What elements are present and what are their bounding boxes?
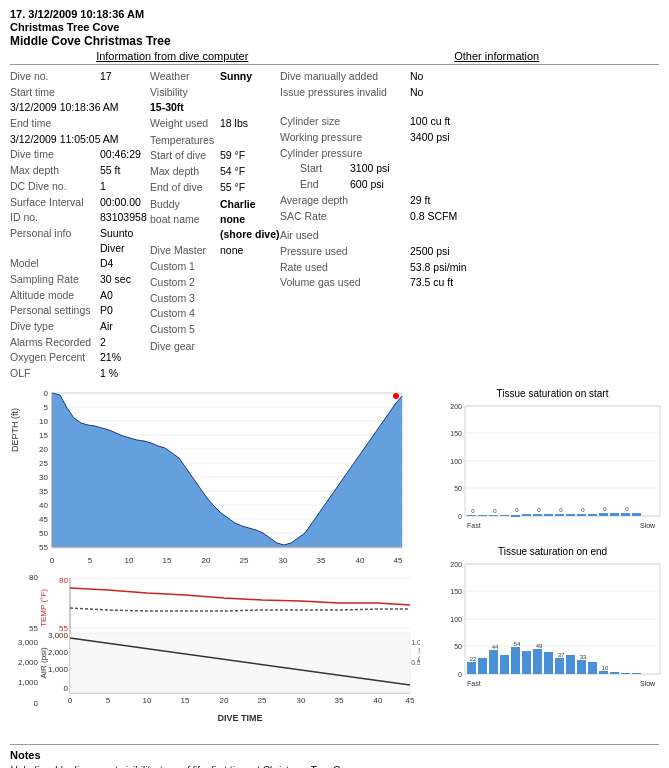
svg-rect-81 bbox=[467, 515, 476, 516]
header-line3: Middle Cove Christmas Tree bbox=[10, 34, 659, 48]
dive-master-value: none bbox=[220, 243, 243, 258]
svg-text:54: 54 bbox=[514, 641, 521, 647]
air-y-2: 2,000 bbox=[10, 658, 38, 667]
svg-text:25: 25 bbox=[240, 556, 249, 565]
svg-text:35: 35 bbox=[317, 556, 326, 565]
oxygen-label: Oxygen Percent bbox=[10, 350, 100, 365]
svg-text:Fast: Fast bbox=[467, 522, 481, 529]
svg-text:22: 22 bbox=[470, 656, 477, 662]
svg-text:25: 25 bbox=[39, 459, 48, 468]
svg-rect-120 bbox=[489, 650, 498, 674]
svg-text:0: 0 bbox=[44, 389, 49, 398]
sac-rate-label: SAC Rate bbox=[280, 209, 410, 224]
svg-rect-92 bbox=[588, 514, 597, 516]
surface-interval-label: Surface Interval bbox=[10, 195, 100, 210]
dive-no-label: Dive no. bbox=[10, 69, 100, 84]
section-header-left: Information from dive computer bbox=[10, 50, 335, 64]
svg-text:SAC: SAC bbox=[418, 647, 420, 654]
svg-rect-122 bbox=[511, 647, 520, 674]
svg-rect-88 bbox=[544, 514, 553, 516]
svg-text:15: 15 bbox=[163, 556, 172, 565]
svg-rect-131 bbox=[610, 672, 619, 674]
svg-text:45: 45 bbox=[394, 556, 403, 565]
svg-text:35: 35 bbox=[335, 696, 344, 705]
custom3-label: Custom 3 bbox=[150, 291, 220, 306]
svg-rect-87 bbox=[533, 514, 542, 516]
svg-point-36 bbox=[393, 393, 399, 399]
average-depth-value: 29 ft bbox=[410, 193, 430, 208]
start-pressure-label: Start bbox=[300, 161, 350, 176]
svg-rect-83 bbox=[489, 515, 498, 516]
svg-rect-118 bbox=[467, 662, 476, 674]
svg-rect-95 bbox=[621, 513, 630, 516]
working-pressure-value: 3400 psi bbox=[410, 130, 450, 145]
svg-rect-133 bbox=[632, 673, 641, 674]
svg-text:37: 37 bbox=[558, 652, 565, 658]
svg-text:33: 33 bbox=[580, 654, 587, 660]
svg-text:10: 10 bbox=[602, 665, 609, 671]
temp-air-chart-svg: 80 55 TEMP (°F) 3,000 2,000 1,000 0 AIR … bbox=[40, 573, 420, 738]
volume-gas-value: 73.5 cu ft bbox=[410, 275, 453, 290]
svg-text:150: 150 bbox=[450, 588, 462, 595]
air-y-1: 1,000 bbox=[10, 678, 38, 687]
svg-text:Slow: Slow bbox=[640, 522, 656, 529]
svg-text:20: 20 bbox=[202, 556, 211, 565]
cylinder-size-label: Cylinder size bbox=[280, 114, 410, 129]
altitude-mode-label: Altitude mode bbox=[10, 288, 100, 303]
weather-value: Sunny bbox=[220, 69, 252, 84]
svg-rect-129 bbox=[588, 662, 597, 674]
svg-text:TEMP (°F): TEMP (°F) bbox=[40, 589, 48, 627]
altitude-mode-value: A0 bbox=[100, 288, 113, 303]
svg-text:15: 15 bbox=[39, 431, 48, 440]
svg-rect-119 bbox=[478, 658, 487, 674]
weather-label: Weather bbox=[150, 69, 220, 84]
svg-text:3,000: 3,000 bbox=[48, 631, 69, 640]
tissue-start-chart: 200 150 100 50 0 bbox=[440, 401, 665, 536]
temp-y-max: 80 bbox=[10, 573, 38, 582]
visibility-value: 15-30ft bbox=[150, 100, 184, 115]
dive-time-value: 00:46:29 bbox=[100, 147, 141, 162]
svg-text:0: 0 bbox=[68, 696, 73, 705]
svg-text:50: 50 bbox=[454, 643, 462, 650]
custom5-label: Custom 5 bbox=[150, 322, 220, 337]
issue-pressures-value: No bbox=[410, 85, 423, 100]
cylinder-pressure-label: Cylinder pressure bbox=[280, 146, 410, 161]
svg-rect-125 bbox=[544, 652, 553, 674]
max-depth-temp-value: 54 °F bbox=[220, 164, 245, 179]
pressure-used-label: Pressure used bbox=[280, 244, 410, 259]
header-line2: Christmas Tree Cove bbox=[10, 21, 659, 33]
dive-type-value: Air bbox=[100, 319, 113, 334]
depth-chart-svg: 0 5 10 15 20 25 30 35 40 45 50 55 0 5 10 bbox=[22, 388, 412, 573]
svg-text:50: 50 bbox=[39, 529, 48, 538]
personal-settings-value: P0 bbox=[100, 303, 113, 318]
personal-info-value: Suunto Diver bbox=[100, 226, 150, 255]
personal-info-label: Personal info bbox=[10, 226, 100, 255]
svg-rect-126 bbox=[555, 658, 564, 674]
rate-used-value: 53.8 psi/min bbox=[410, 260, 467, 275]
svg-rect-127 bbox=[566, 655, 575, 674]
buddy-label: Buddy bbox=[150, 197, 220, 212]
dc-dive-no-label: DC Dive no. bbox=[10, 179, 100, 194]
svg-text:100: 100 bbox=[450, 458, 462, 465]
svg-text:30: 30 bbox=[279, 556, 288, 565]
olf-label: OLF bbox=[10, 366, 100, 381]
header-line1: 17. 3/12/2009 10:18:36 AM bbox=[10, 8, 659, 20]
svg-text:40: 40 bbox=[374, 696, 383, 705]
svg-text:0: 0 bbox=[50, 556, 55, 565]
dive-master-label: Dive Master bbox=[150, 243, 220, 258]
svg-text:Slow: Slow bbox=[640, 680, 656, 687]
svg-rect-93 bbox=[599, 513, 608, 516]
pressure-used-value: 2500 psi bbox=[410, 244, 450, 259]
svg-text:5: 5 bbox=[44, 403, 49, 412]
svg-text:30: 30 bbox=[297, 696, 306, 705]
volume-gas-label: Volume gas used bbox=[280, 275, 410, 290]
end-time-label: End time bbox=[10, 116, 100, 131]
svg-text:25: 25 bbox=[258, 696, 267, 705]
tissue-end-title: Tissue saturation on end bbox=[440, 546, 665, 557]
custom1-label: Custom 1 bbox=[150, 259, 220, 274]
dive-time-label: Dive time bbox=[10, 147, 100, 162]
start-time-label: Start time bbox=[10, 85, 100, 100]
svg-text:10: 10 bbox=[39, 417, 48, 426]
svg-text:35: 35 bbox=[39, 487, 48, 496]
custom2-label: Custom 2 bbox=[150, 275, 220, 290]
